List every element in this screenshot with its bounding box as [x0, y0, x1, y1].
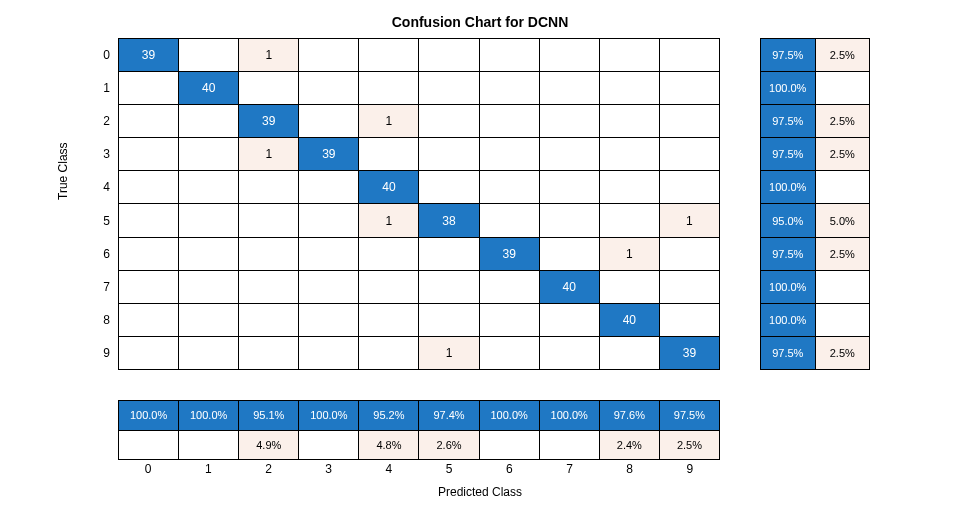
matrix-cell	[359, 271, 419, 304]
matrix-cell	[299, 105, 359, 138]
col-summary-incorrect	[299, 431, 359, 461]
row-summary-correct: 100.0%	[761, 171, 816, 204]
matrix-cell	[660, 105, 720, 138]
y-tick: 7	[94, 270, 114, 303]
matrix-cell	[600, 105, 660, 138]
row-summary-incorrect	[816, 72, 871, 105]
matrix-cell	[179, 204, 239, 237]
matrix-cell	[660, 72, 720, 105]
col-summary-correct: 97.5%	[660, 401, 720, 431]
matrix-cell	[299, 204, 359, 237]
col-summary-incorrect	[540, 431, 600, 461]
x-tick: 1	[178, 462, 238, 480]
x-tick: 5	[419, 462, 479, 480]
row-summary-incorrect: 2.5%	[816, 238, 871, 271]
col-summary-correct: 100.0%	[179, 401, 239, 431]
y-axis-label: True Class	[56, 142, 70, 200]
matrix-cell: 1	[660, 204, 720, 237]
y-tick: 4	[94, 171, 114, 204]
y-tick-labels: 0123456789	[94, 38, 114, 370]
matrix-cell	[660, 171, 720, 204]
x-tick: 0	[118, 462, 178, 480]
matrix-cell	[419, 304, 479, 337]
x-tick: 8	[600, 462, 660, 480]
y-tick: 6	[94, 237, 114, 270]
y-tick: 0	[94, 38, 114, 71]
col-summary-incorrect: 2.4%	[600, 431, 660, 461]
y-tick: 9	[94, 337, 114, 370]
matrix-cell	[480, 105, 540, 138]
row-summary-correct: 97.5%	[761, 39, 816, 72]
col-summary-correct: 95.2%	[359, 401, 419, 431]
matrix-cell	[239, 72, 299, 105]
row-summary-incorrect	[816, 171, 871, 204]
x-tick: 2	[238, 462, 298, 480]
matrix-cell: 38	[419, 204, 479, 237]
row-summary-correct: 100.0%	[761, 304, 816, 337]
matrix-cell	[540, 72, 600, 105]
matrix-cell: 1	[600, 238, 660, 271]
matrix-cell	[179, 337, 239, 370]
matrix-cell	[239, 304, 299, 337]
matrix-cell	[480, 138, 540, 171]
col-summary-incorrect: 2.6%	[419, 431, 479, 461]
matrix-cell	[419, 72, 479, 105]
matrix-cell: 39	[239, 105, 299, 138]
matrix-cell	[540, 337, 600, 370]
matrix-cell: 40	[179, 72, 239, 105]
matrix-cell: 39	[119, 39, 179, 72]
matrix-cell	[119, 171, 179, 204]
matrix-cell	[660, 271, 720, 304]
matrix-cell: 1	[419, 337, 479, 370]
matrix-cell	[540, 171, 600, 204]
col-summary-incorrect: 4.8%	[359, 431, 419, 461]
row-summary-incorrect	[816, 271, 871, 304]
matrix-cell	[299, 271, 359, 304]
matrix-cell	[359, 72, 419, 105]
col-summary-correct: 100.0%	[540, 401, 600, 431]
chart-title: Confusion Chart for DCNN	[0, 14, 960, 30]
col-summary-correct: 97.6%	[600, 401, 660, 431]
matrix-cell	[660, 138, 720, 171]
matrix-cell	[419, 138, 479, 171]
matrix-cell: 39	[660, 337, 720, 370]
row-summary-correct: 100.0%	[761, 72, 816, 105]
matrix-cell	[119, 304, 179, 337]
col-summary-correct: 100.0%	[119, 401, 179, 431]
row-summary-panel: 97.5%2.5%100.0%97.5%2.5%97.5%2.5%100.0%9…	[760, 38, 870, 370]
matrix-cell: 39	[299, 138, 359, 171]
y-tick: 5	[94, 204, 114, 237]
matrix-cell	[540, 204, 600, 237]
matrix-cell	[239, 204, 299, 237]
row-summary-correct: 97.5%	[761, 238, 816, 271]
matrix-cell: 40	[540, 271, 600, 304]
matrix-cell	[359, 304, 419, 337]
matrix-cell	[299, 72, 359, 105]
matrix-cell	[119, 271, 179, 304]
col-summary-incorrect: 2.5%	[660, 431, 720, 461]
matrix-cell	[480, 204, 540, 237]
matrix-cell	[660, 238, 720, 271]
col-summary-incorrect: 4.9%	[239, 431, 299, 461]
col-summary-incorrect	[480, 431, 540, 461]
matrix-cell: 1	[359, 105, 419, 138]
matrix-cell	[179, 304, 239, 337]
matrix-cell	[480, 337, 540, 370]
matrix-cell	[179, 138, 239, 171]
matrix-cell	[359, 138, 419, 171]
column-summary-panel: 100.0%100.0%95.1%100.0%95.2%97.4%100.0%1…	[118, 400, 720, 460]
y-tick: 3	[94, 138, 114, 171]
x-tick: 7	[539, 462, 599, 480]
matrix-cell	[600, 337, 660, 370]
matrix-cell	[299, 337, 359, 370]
matrix-cell	[119, 204, 179, 237]
matrix-cell	[540, 238, 600, 271]
matrix-cell	[179, 238, 239, 271]
matrix-cell	[660, 304, 720, 337]
x-tick-labels: 0123456789	[118, 462, 720, 480]
matrix-cell	[179, 271, 239, 304]
x-axis-label: Predicted Class	[0, 485, 960, 499]
matrix-cell	[179, 39, 239, 72]
matrix-cell: 40	[359, 171, 419, 204]
matrix-cell	[119, 138, 179, 171]
